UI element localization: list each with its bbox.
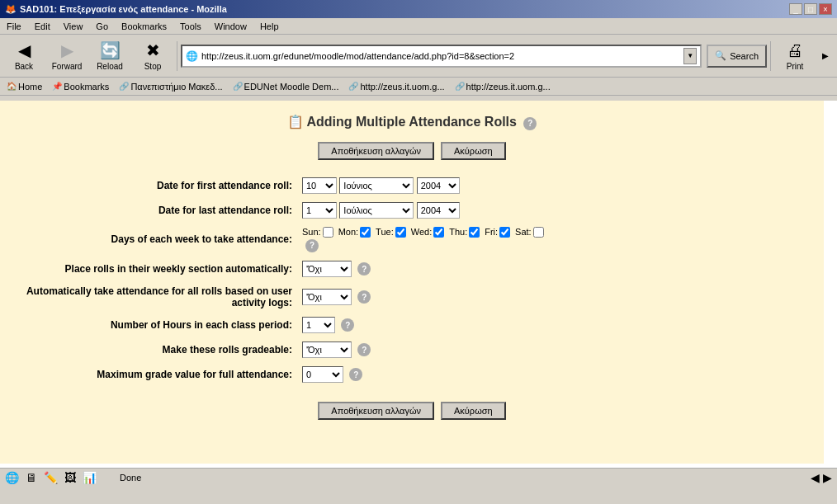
- place-rolls-help-icon[interactable]: ?: [357, 262, 371, 276]
- home-icon: 🏠: [7, 82, 17, 91]
- toolbar-divider-2: [770, 41, 771, 71]
- menu-help[interactable]: Help: [257, 21, 282, 32]
- status-icon-1: 🌐: [5, 471, 19, 484]
- max-grade-label: Maximum grade value for full attendance:: [17, 362, 297, 387]
- sunday-checkbox[interactable]: [323, 227, 333, 238]
- max-grade-row: Maximum grade value for full attendance:…: [17, 362, 807, 387]
- menu-window[interactable]: Window: [211, 21, 250, 32]
- nav-right-icon[interactable]: ▶: [823, 471, 832, 484]
- cancel-top-button[interactable]: Ακύρωση: [441, 142, 506, 160]
- save-top-button[interactable]: Αποθήκευση αλλαγών: [318, 142, 434, 160]
- first-roll-day-select[interactable]: 10 1234 56789: [302, 177, 337, 194]
- bookmark-zeus2[interactable]: 🔗 http://zeus.it.uom.g...: [452, 81, 554, 92]
- place-rolls-value: 'Ναι'Όχι ?: [297, 257, 807, 281]
- bookmark-bookmarks[interactable]: 📌 Bookmarks: [49, 81, 112, 92]
- minimize-button[interactable]: _: [789, 3, 802, 15]
- nav-left-icon[interactable]: ◀: [811, 471, 820, 484]
- gradeable-select[interactable]: 'Ναι'Όχι: [302, 341, 352, 358]
- menu-edit[interactable]: Edit: [31, 21, 54, 32]
- close-button[interactable]: ×: [819, 3, 832, 15]
- status-icon-4: 🖼: [64, 471, 76, 484]
- save-bottom-button[interactable]: Αποθήκευση αλλαγών: [318, 402, 434, 420]
- status-icon-2: 🖥: [26, 471, 37, 484]
- status-right: ◀ ▶: [811, 471, 832, 484]
- back-icon: ◀: [18, 40, 31, 60]
- forward-button[interactable]: ▶ Forward: [46, 37, 87, 75]
- browser-window: 📋 Adding Multiple Attendance Rolls ? Απο…: [0, 96, 837, 468]
- last-roll-month-select[interactable]: ΙανουάριοςΦεβρουάριοςΜάρτιος ΑπρίλιοςΜάι…: [339, 202, 414, 219]
- search-button[interactable]: 🔍 Search: [707, 45, 767, 68]
- reload-button[interactable]: 🔄 Reload: [89, 37, 130, 75]
- maximize-button[interactable]: □: [804, 3, 817, 15]
- menu-tools[interactable]: Tools: [177, 21, 205, 32]
- more-button[interactable]: ▶: [817, 37, 834, 75]
- form-table: Date for first attendance roll: 10 1234 …: [17, 173, 807, 387]
- stop-button[interactable]: ✖ Stop: [132, 37, 173, 75]
- bookmarks-icon: 📌: [52, 82, 62, 91]
- page-content: 📋 Adding Multiple Attendance Rolls ? Απο…: [0, 101, 824, 464]
- hours-select[interactable]: 123 456: [302, 317, 335, 333]
- title-bar: 🦊 SAD101: Επεξεργασία ενός attendance - …: [0, 0, 837, 18]
- menu-bookmarks[interactable]: Bookmarks: [118, 21, 170, 32]
- status-bar: 🌐 🖥 ✏️ 🖼 📊 Done ◀ ▶: [0, 468, 837, 486]
- menu-view[interactable]: View: [60, 21, 87, 32]
- thursday-checkbox-label: Thu:: [449, 227, 480, 238]
- print-icon: 🖨: [787, 41, 803, 60]
- hours-help-icon[interactable]: ?: [341, 318, 354, 332]
- auto-attendance-label: Automatically take attendance for all ro…: [17, 281, 297, 313]
- last-roll-row: Date for last attendance roll: 1 234 Ιαν…: [17, 198, 807, 223]
- window-title: SAD101: Επεξεργασία ενός attendance - Mo…: [20, 4, 227, 14]
- back-button[interactable]: ◀ Back: [3, 37, 45, 75]
- days-help-icon[interactable]: ?: [305, 239, 319, 252]
- gradeable-label: Make these rolls gradeable:: [17, 337, 297, 362]
- status-icon-5: 📊: [83, 471, 97, 484]
- last-roll-day-select[interactable]: 1 234: [302, 202, 337, 219]
- bookmark-zeus1[interactable]: 🔗 http://zeus.it.uom.g...: [345, 81, 447, 92]
- days-value: Sun: Mon: Tue: Wed: Thu: Fri: Sat: ?: [297, 223, 807, 257]
- page-title-icon: 📋: [287, 115, 304, 129]
- last-roll-year-select[interactable]: 200320042005: [417, 202, 460, 219]
- saturday-checkbox[interactable]: [533, 227, 544, 238]
- first-roll-row: Date for first attendance roll: 10 1234 …: [17, 173, 807, 198]
- max-grade-help-icon[interactable]: ?: [349, 368, 362, 381]
- max-grade-select[interactable]: 0102030 40506070 8090100: [302, 366, 343, 383]
- place-rolls-select[interactable]: 'Ναι'Όχι: [302, 261, 352, 277]
- print-button[interactable]: 🖨 Print: [774, 37, 816, 75]
- link-icon-3: 🔗: [348, 82, 358, 91]
- tuesday-checkbox[interactable]: [395, 227, 406, 238]
- monday-checkbox[interactable]: [360, 227, 371, 238]
- address-dropdown-button[interactable]: ▼: [683, 48, 697, 64]
- page-icon: 🌐: [186, 50, 198, 62]
- forward-icon: ▶: [61, 40, 73, 60]
- hours-label: Number of Hours in each class period:: [17, 313, 297, 337]
- auto-attendance-help-icon[interactable]: ?: [357, 290, 371, 304]
- first-roll-value: 10 1234 56789 ΙανουάριοςΦεβρουάριοςΜάρτι…: [297, 173, 807, 198]
- gradeable-value: 'Ναι'Όχι ?: [297, 337, 807, 362]
- max-grade-value: 0102030 40506070 8090100 ?: [297, 362, 807, 387]
- thursday-checkbox[interactable]: [469, 227, 480, 238]
- cancel-bottom-button[interactable]: Ακύρωση: [441, 402, 506, 420]
- bookmark-home[interactable]: 🏠 Home: [3, 81, 45, 92]
- menu-bar: File Edit View Go Bookmarks Tools Window…: [0, 18, 837, 35]
- bookmark-uom[interactable]: 🔗 Πανεπιστήμιο Μακεδ...: [116, 81, 225, 92]
- wednesday-checkbox[interactable]: [433, 227, 444, 238]
- wednesday-checkbox-label: Wed:: [411, 227, 444, 238]
- tuesday-checkbox-label: Tue:: [376, 227, 406, 238]
- address-input[interactable]: [201, 51, 683, 61]
- link-icon-1: 🔗: [119, 82, 129, 91]
- first-roll-month-select[interactable]: ΙανουάριοςΦεβρουάριοςΜάρτιος ΑπρίλιοςΜάι…: [339, 177, 414, 194]
- sunday-checkbox-label: Sun:: [302, 227, 333, 238]
- days-label: Days of each week to take attendance:: [17, 223, 297, 257]
- friday-checkbox[interactable]: [499, 227, 510, 238]
- bookmark-edunet[interactable]: 🔗 EDUNet Moodle Dem...: [229, 81, 343, 92]
- status-icon-3: ✏️: [44, 471, 58, 484]
- menu-file[interactable]: File: [3, 21, 25, 32]
- place-rolls-label: Place rolls in their weekly section auto…: [17, 257, 297, 281]
- first-roll-year-select[interactable]: 200320042005: [417, 177, 460, 194]
- bookmarks-bar: 🏠 Home 📌 Bookmarks 🔗 Πανεπιστήμιο Μακεδ.…: [0, 78, 837, 96]
- browser-icon: 🦊: [5, 4, 17, 15]
- auto-attendance-select[interactable]: 'Ναι'Όχι: [302, 289, 352, 305]
- page-title-help-icon[interactable]: ?: [523, 117, 537, 130]
- menu-go[interactable]: Go: [92, 21, 111, 32]
- gradeable-help-icon[interactable]: ?: [357, 343, 371, 356]
